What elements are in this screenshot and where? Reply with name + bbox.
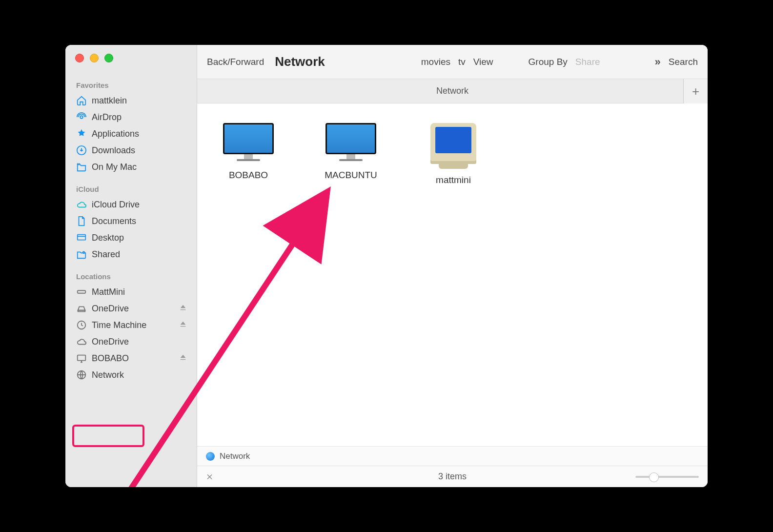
sidebar-item-onmymac[interactable]: On My Mac — [65, 159, 197, 175]
sidebar-item-label: AirDrop — [92, 112, 122, 123]
sidebar-item-label: BOBABO — [92, 353, 129, 364]
item-count: 3 items — [438, 471, 467, 482]
sidebar-item-shared[interactable]: Shared — [65, 246, 197, 263]
back-forward-button[interactable]: Back/Forward — [207, 57, 264, 67]
close-window-button[interactable] — [75, 54, 84, 62]
sidebar-item-bobabo[interactable]: BOBABO — [65, 350, 197, 367]
timemachine-icon — [76, 320, 87, 330]
icon-size-slider[interactable] — [635, 476, 699, 478]
window-controls — [65, 52, 197, 62]
tab-network[interactable]: Network — [436, 86, 468, 96]
toolbar-movies[interactable]: movies — [421, 57, 450, 67]
toolbar-tv[interactable]: tv — [458, 57, 466, 67]
svg-rect-2 — [78, 235, 86, 240]
minimize-window-button[interactable] — [90, 54, 99, 62]
favorites-header: Favorites — [65, 81, 197, 92]
airdrop-icon — [76, 112, 87, 123]
toolbar-view[interactable]: View — [473, 57, 493, 67]
network-item-label: BOBABO — [229, 170, 268, 181]
disk-icon — [76, 303, 87, 314]
network-item-mattmini[interactable]: mattmini — [417, 123, 490, 185]
sidebar-item-label: Network — [92, 370, 124, 380]
desktop-icon — [76, 232, 87, 243]
sidebar-item-label: iCloud Drive — [92, 200, 140, 210]
toolbar-share[interactable]: Share — [575, 57, 600, 67]
cloud-icon — [76, 199, 87, 210]
network-item-label: MACBUNTU — [325, 170, 377, 181]
downloads-icon — [76, 145, 87, 156]
applications-icon — [76, 128, 87, 139]
network-item-bobabo[interactable]: BOBABO — [212, 123, 285, 181]
new-tab-button[interactable]: + — [683, 79, 708, 103]
sidebar-item-downloads[interactable]: Downloads — [65, 142, 197, 159]
path-toggle-icon[interactable]: ⨯ — [206, 471, 213, 482]
toolbar-search[interactable]: Search — [669, 57, 698, 67]
network-item-macbuntu[interactable]: MACBUNTU — [314, 123, 387, 181]
cloud-icon — [76, 336, 87, 347]
window-title: Network — [275, 54, 325, 69]
content-area[interactable]: BOBABO MACBUNTU mattmini — [197, 103, 708, 446]
sidebar-item-label: Documents — [92, 216, 136, 226]
window-body: Favorites mattklein AirDrop Applications… — [65, 45, 708, 487]
sidebar-item-label: OneDrive — [92, 304, 129, 314]
toolbar-overflow-icon[interactable]: » — [655, 56, 661, 68]
path-label[interactable]: Network — [220, 451, 250, 461]
eject-icon[interactable] — [179, 304, 187, 314]
sidebar-item-label: Applications — [92, 129, 139, 139]
sidebar-item-desktop[interactable]: Desktop — [65, 229, 197, 246]
shared-folder-icon — [76, 249, 87, 260]
locations-header: Locations — [65, 272, 197, 284]
sidebar-item-label: On My Mac — [92, 162, 137, 172]
imac-icon — [325, 123, 376, 164]
toolbar: Back/Forward Network movies tv View Grou… — [197, 45, 708, 79]
sidebar-item-mattmini[interactable]: MattMini — [65, 284, 197, 300]
network-globe-icon — [206, 452, 215, 461]
finder-window: Favorites mattklein AirDrop Applications… — [65, 45, 708, 487]
display-icon — [76, 353, 87, 364]
sidebar-item-documents[interactable]: Documents — [65, 213, 197, 229]
eject-icon[interactable] — [179, 353, 187, 364]
sidebar-item-label: Desktop — [92, 233, 124, 243]
sidebar-item-timemachine[interactable]: Time Machine — [65, 317, 197, 333]
tab-bar: Network + — [197, 79, 708, 103]
sidebar-item-iclouddrive[interactable]: iCloud Drive — [65, 196, 197, 213]
svg-point-0 — [80, 116, 83, 119]
macmini-icon — [76, 286, 87, 297]
icloud-header: iCloud — [65, 185, 197, 196]
sidebar-item-label: MattMini — [92, 287, 125, 297]
sidebar-item-onedrive-1[interactable]: OneDrive — [65, 300, 197, 317]
main-area: Back/Forward Network movies tv View Grou… — [197, 45, 708, 487]
svg-rect-4 — [78, 290, 86, 293]
sidebar-item-label: Time Machine — [92, 320, 146, 330]
sidebar: Favorites mattklein AirDrop Applications… — [65, 45, 197, 487]
toolbar-groupby[interactable]: Group By — [529, 57, 568, 67]
path-bar: Network — [197, 446, 708, 466]
eject-icon[interactable] — [179, 320, 187, 330]
network-item-label: mattmini — [436, 175, 471, 185]
home-icon — [76, 95, 87, 106]
sidebar-item-mattklein[interactable]: mattklein — [65, 92, 197, 109]
sidebar-item-airdrop[interactable]: AirDrop — [65, 109, 197, 125]
sidebar-item-applications[interactable]: Applications — [65, 125, 197, 142]
sidebar-item-label: Shared — [92, 249, 120, 260]
annotation-highlight — [72, 425, 144, 447]
sidebar-item-network[interactable]: Network — [65, 367, 197, 383]
imac-icon — [223, 123, 274, 164]
svg-rect-6 — [78, 355, 86, 361]
folder-icon — [76, 162, 87, 172]
sidebar-item-label: Downloads — [92, 145, 135, 156]
sidebar-item-label: OneDrive — [92, 337, 129, 347]
document-icon — [76, 216, 87, 226]
sidebar-item-onedrive-2[interactable]: OneDrive — [65, 333, 197, 350]
sidebar-item-label: mattklein — [92, 96, 127, 106]
status-bar: ⨯ 3 items — [197, 466, 708, 487]
globe-icon — [76, 369, 87, 380]
zoom-window-button[interactable] — [104, 54, 113, 62]
pc-crt-icon — [430, 123, 476, 169]
